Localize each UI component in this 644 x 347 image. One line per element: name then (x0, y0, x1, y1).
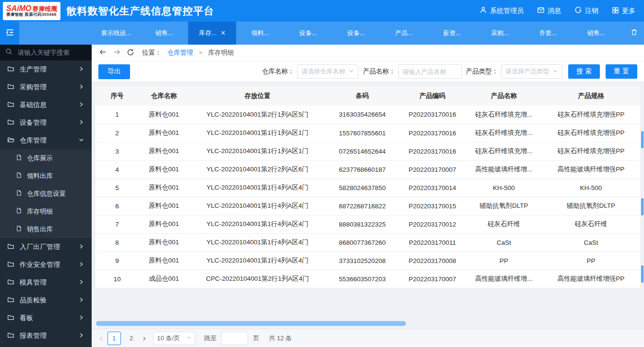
tab-label: 产品... (395, 29, 413, 37)
content-panel: 位置： 仓库管理 > 库存明细 导出 仓库名称： 请选择仓库名称 (92, 45, 644, 347)
tab[interactable]: 销售... (572, 22, 620, 45)
search-button[interactable]: 搜 索 (568, 64, 600, 79)
file-icon (16, 207, 22, 215)
table-cell: YLC-20220104001第1行4列A区4门 (189, 233, 326, 251)
product-type-select-placeholder: 请选择产品类型 (505, 67, 549, 76)
table-row[interactable]: 3原料仓001YLC-20220104001第1行1列A区1门072651465… (95, 142, 640, 160)
vertical-scrollbar-segment[interactable] (641, 131, 644, 148)
table-row[interactable]: 5原料仓001YLC-20220104001第1行4列A区4门582802463… (95, 179, 640, 197)
table-cell: YLC-20220104001第1行4列A区4门 (189, 179, 326, 197)
messages-button[interactable]: 消息 (537, 6, 561, 15)
table-row[interactable]: 6原料仓001YLC-20220104001第1行4列A区4门687226871… (95, 197, 640, 215)
column-header: 产品编码 (399, 86, 466, 106)
tab[interactable]: 领料... (236, 22, 284, 45)
scrollbar-thumb[interactable] (96, 321, 406, 326)
product-name-input[interactable] (398, 64, 462, 79)
next-page-button[interactable]: › (143, 334, 146, 342)
warehouse-select[interactable]: 请选择仓库名称 (297, 64, 358, 79)
page-size-select[interactable]: 10 条/页 (153, 332, 195, 345)
table-cell: 原料仓001 (139, 179, 189, 197)
sidebar-search[interactable] (0, 45, 92, 60)
tab[interactable]: 设备... (332, 22, 380, 45)
sidebar-subitem-label: 仓库展示 (27, 154, 53, 163)
tab[interactable]: 库存...× (188, 22, 236, 45)
page-number[interactable]: 2 (125, 332, 138, 345)
table-cell: 硅灰石纤维填充增... (466, 142, 542, 160)
forward-button[interactable] (113, 48, 121, 58)
sidebar-item[interactable]: 品质检验 (0, 291, 92, 309)
chevron-down-icon (186, 335, 191, 342)
table-row[interactable]: 2原料仓001YLC-20220104001第1行1列A区1门155760785… (95, 124, 640, 142)
table-cell: CPC-20220104001第2行1列A区4门 (189, 270, 326, 288)
app-window: SAiMO赛摩维鹰 赛摩智能 股票代码300466 散料数智化生产线信息管控平台… (0, 0, 644, 347)
table-cell: 7 (95, 215, 139, 233)
table-row[interactable]: 8原料仓001YLC-20220104001第1行4列A区4门868007736… (95, 233, 640, 251)
vertical-scrollbar-segment[interactable] (641, 198, 644, 215)
mail-icon (537, 6, 545, 15)
sidebar-item[interactable]: 模具管理 (0, 274, 92, 291)
tab-label: 采购... (491, 29, 509, 37)
horizontal-scrollbar[interactable] (96, 321, 640, 326)
refresh-button[interactable] (127, 48, 134, 58)
table-cell: P202203170016 (399, 142, 466, 160)
reset-button[interactable]: 重 置 (606, 64, 637, 79)
tab[interactable]: 采购... (476, 22, 524, 45)
sidebar-item[interactable]: 设备管理 (0, 114, 92, 132)
table-row[interactable]: 7原料仓001YLC-20220104001第1行4列A区4门888038132… (95, 215, 640, 233)
sidebar-subitem[interactable]: 库存明细 (0, 203, 92, 220)
chevron-right-icon (78, 119, 84, 127)
breadcrumb-prefix: 位置： (142, 48, 162, 57)
tab[interactable]: 展示线设... (92, 22, 140, 45)
jump-page-input[interactable] (221, 332, 248, 345)
table-cell: 3733102520208 (326, 251, 399, 270)
sidebar-item[interactable]: 入厂出厂管理 (0, 238, 92, 256)
export-button[interactable]: 导出 (98, 64, 130, 79)
product-type-select[interactable]: 请选择产品类型 (501, 64, 562, 79)
sidebar-subitem[interactable]: 领料出库 (0, 167, 92, 185)
close-icon[interactable]: × (221, 29, 225, 37)
tab-label: 销售... (155, 29, 173, 37)
chevron-down-icon (552, 68, 558, 75)
sidebar-item[interactable]: 生产管理 (0, 60, 92, 78)
back-button[interactable] (99, 48, 107, 58)
more-label: 更多 (622, 7, 635, 15)
user-menu[interactable]: 系统管理员 (479, 6, 524, 15)
sidebar-item[interactable]: 报表管理 (0, 327, 92, 345)
table-row[interactable]: 9原料仓001YLC-20220104001第1行4列A区4门373310252… (95, 251, 640, 270)
table-cell: CaSt (542, 233, 640, 251)
table-row[interactable]: 1原料仓001YLC-20220104001第2行1列A区5门316303542… (95, 106, 640, 124)
sidebar-item[interactable]: 采购管理 (0, 78, 92, 96)
table-cell: YLC-20220104001第2行2列A区6门 (189, 160, 326, 179)
vertical-scrollbar-segment[interactable] (641, 265, 644, 283)
table-row[interactable]: 4原料仓001YLC-20220104001第2行2列A区6门623776866… (95, 160, 640, 179)
sidebar-subitem[interactable]: 仓库展示 (0, 149, 92, 167)
table-cell: 硅灰石纤维填充增强PP (542, 124, 640, 142)
sidebar-subitem[interactable]: 仓库信息设置 (0, 185, 92, 203)
chevron-right-icon (78, 84, 84, 91)
page-number[interactable]: 1 (107, 332, 121, 345)
menu-fold-icon (5, 28, 14, 39)
menu-fold-button[interactable] (0, 22, 19, 45)
more-button[interactable]: 更多 (612, 7, 635, 15)
tab[interactable]: 销售... (140, 22, 188, 45)
sidebar-subitem[interactable]: 销售出库 (0, 220, 92, 238)
sidebar-search-input[interactable] (17, 48, 78, 57)
table-cell: 原料仓001 (139, 160, 189, 179)
tab-label: 设备... (347, 29, 365, 37)
tab[interactable]: 齐套... (524, 22, 572, 45)
sidebar-item[interactable]: 作业安全管理 (0, 256, 92, 274)
tab[interactable]: 薪资... (428, 22, 476, 45)
breadcrumb-parent[interactable]: 仓库管理 (167, 48, 193, 57)
table-cell: 1557607855601 (326, 124, 399, 142)
close-all-tabs-button[interactable] (631, 22, 644, 45)
sidebar-item[interactable]: 看板 (0, 309, 92, 327)
sidebar-item[interactable]: 仓库管理 (0, 132, 92, 149)
tab[interactable]: 产品... (380, 22, 428, 45)
sidebar-item[interactable]: 基础信息 (0, 96, 92, 114)
inventory-table: 序号仓库名称存放位置条码产品编码产品名称产品规格 1原料仓001YLC-2022… (95, 86, 640, 288)
tab[interactable]: 设备... (284, 22, 332, 45)
prev-page-button[interactable]: ‹ (100, 334, 103, 342)
filter-controls: 仓库名称： 请选择仓库名称 产品名称： 产品类型： 请选择产品类型 (262, 64, 637, 79)
logout-button[interactable]: 注销 (574, 6, 598, 15)
table-row[interactable]: 10成品仓001CPC-20220104001第2行1列A区4门55366035… (95, 270, 640, 288)
